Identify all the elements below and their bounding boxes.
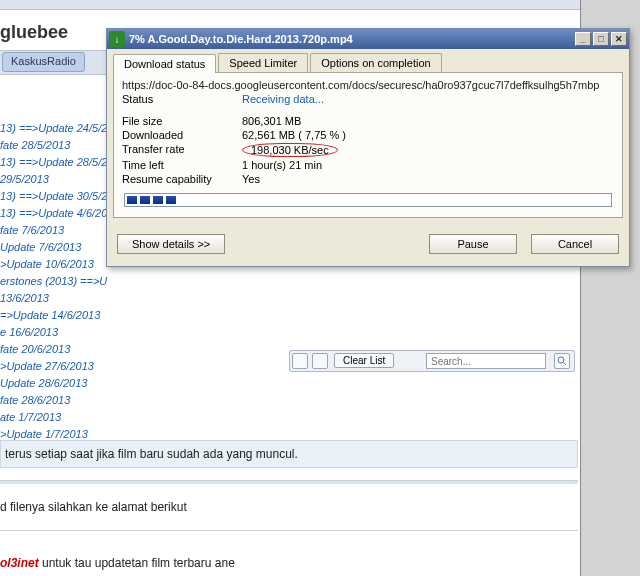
list-item[interactable]: erstones (2013) ==>U [0, 273, 200, 290]
signature-line: ol3inet untuk tau updatetan film terbaru… [0, 556, 235, 570]
info-text: terus setiap saat jika film baru sudah a… [5, 447, 298, 461]
value-transfer-rate: 198,030 KB/sec [242, 143, 614, 157]
minimize-button[interactable]: _ [575, 32, 591, 46]
spacer [225, 234, 429, 254]
value-resume: Yes [242, 173, 614, 185]
list-item[interactable]: =>Update 14/6/2013 [0, 307, 200, 324]
dialog-button-row: Show details >> Pause Cancel [107, 224, 629, 266]
window-title: 7% A.Good.Day.to.Die.Hard.2013.720p.mp4 [129, 33, 573, 45]
app-icon: ↓ [109, 31, 125, 47]
header-strip [0, 0, 580, 10]
progress-bar [124, 193, 612, 207]
label-file-size: File size [122, 115, 242, 127]
progress-segment [166, 196, 176, 204]
show-details-button[interactable]: Show details >> [117, 234, 225, 254]
download-dialog: ↓ 7% A.Good.Day.to.Die.Hard.2013.720p.mp… [106, 28, 630, 267]
spacer [517, 234, 531, 254]
tab-kaskusradio[interactable]: KaskusRadio [2, 52, 85, 72]
brand-text: gluebee [0, 22, 68, 43]
list-item[interactable]: e 16/6/2013 [0, 324, 200, 341]
list-item[interactable]: ate 1/7/2013 [0, 409, 200, 426]
status-panel: https://doc-0o-84-docs.googleusercontent… [113, 72, 623, 218]
value-status: Receiving data... [242, 93, 614, 105]
close-button[interactable]: ✕ [611, 32, 627, 46]
list-item[interactable]: fate 20/6/2013 [0, 341, 200, 358]
prev-icon[interactable] [292, 353, 308, 369]
search-icon[interactable] [554, 353, 570, 369]
label-downloaded: Downloaded [122, 129, 242, 141]
label-status: Status [122, 93, 242, 105]
download-url: https://doc-0o-84-docs.googleusercontent… [122, 79, 614, 91]
tab-options-on-completion[interactable]: Options on completion [310, 53, 441, 72]
titlebar[interactable]: ↓ 7% A.Good.Day.to.Die.Hard.2013.720p.mp… [107, 29, 629, 49]
value-downloaded: 62,561 MB ( 7,75 % ) [242, 129, 614, 141]
list-item[interactable]: >Update 27/6/2013 [0, 358, 200, 375]
list-item[interactable]: Update 28/6/2013 [0, 375, 200, 392]
value-time-left: 1 hour(s) 21 min [242, 159, 614, 171]
list-toolbar: Clear List [289, 350, 575, 372]
svg-line-1 [564, 363, 567, 366]
tab-speed-limiter[interactable]: Speed Limiter [218, 53, 308, 72]
info-box: terus setiap saat jika film baru sudah a… [0, 440, 578, 468]
list-item[interactable]: 13/6/2013 [0, 290, 200, 307]
next-icon[interactable] [312, 353, 328, 369]
search-input[interactable] [426, 353, 546, 369]
svg-point-0 [558, 357, 564, 363]
signature-rest: untuk tau updatetan film terbaru ane [39, 556, 235, 570]
value-file-size: 806,301 MB [242, 115, 614, 127]
maximize-button[interactable]: □ [593, 32, 609, 46]
progress-segment [127, 196, 137, 204]
paragraph-download-hint: d filenya silahkan ke alamat berikut [0, 500, 187, 514]
divider [0, 530, 578, 531]
label-transfer-rate: Transfer rate [122, 143, 242, 157]
dialog-tabs: Download status Speed Limiter Options on… [107, 49, 629, 72]
rate-highlight: 198,030 KB/sec [242, 143, 338, 157]
label-time-left: Time left [122, 159, 242, 171]
list-item[interactable]: fate 28/6/2013 [0, 392, 200, 409]
signature-name: ol3inet [0, 556, 39, 570]
label-resume: Resume capability [122, 173, 242, 185]
progress-segment [140, 196, 150, 204]
progress-segment [153, 196, 163, 204]
divider [0, 480, 578, 484]
pause-button[interactable]: Pause [429, 234, 517, 254]
clear-list-button[interactable]: Clear List [334, 353, 394, 368]
cancel-button[interactable]: Cancel [531, 234, 619, 254]
tab-download-status[interactable]: Download status [113, 54, 216, 73]
